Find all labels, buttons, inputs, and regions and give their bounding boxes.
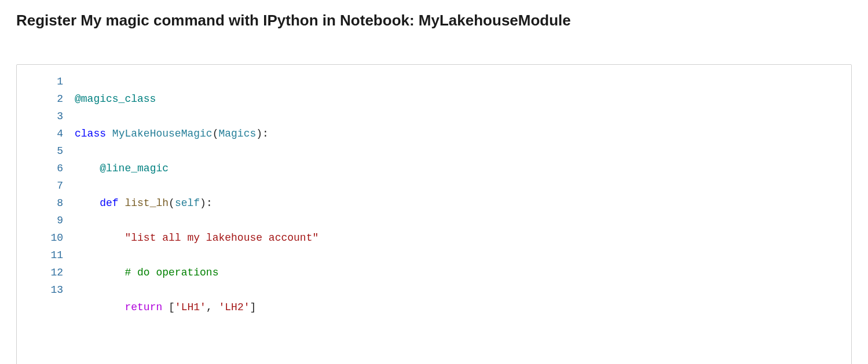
token-paren: ( xyxy=(213,128,219,139)
line-number-gutter: 1 2 3 4 5 6 7 8 9 10 11 12 13 xyxy=(23,73,75,364)
line-number: 13 xyxy=(46,281,63,299)
indent xyxy=(75,163,100,174)
token-paren-colon: ): xyxy=(256,128,269,139)
line-number: 5 xyxy=(46,142,63,160)
code-line[interactable]: "list all my lakehouse account" xyxy=(75,229,845,247)
token-funcname: list_lh xyxy=(124,197,169,209)
token-paren-colon: ): xyxy=(200,197,213,209)
code-line[interactable]: def list_lh(self): xyxy=(75,194,845,212)
space xyxy=(162,302,169,313)
code-line[interactable]: # do operations xyxy=(75,264,845,281)
indent xyxy=(75,302,124,313)
code-content[interactable]: @magics_class class MyLakeHouseMagic(Mag… xyxy=(75,73,845,364)
token-basename: Magics xyxy=(218,128,256,139)
page-root: Register My magic command with IPython i… xyxy=(0,0,868,364)
token-comma: , xyxy=(206,302,219,313)
token-paren: ( xyxy=(169,197,175,209)
line-number: 8 xyxy=(46,194,63,212)
line-number: 2 xyxy=(46,90,63,108)
line-number: 7 xyxy=(46,177,63,194)
token-bracket: ] xyxy=(250,302,257,313)
token-return: return xyxy=(124,302,162,313)
token-docstring: "list all my lakehouse account" xyxy=(124,232,318,244)
token-bracket: [ xyxy=(169,302,175,313)
line-number: 1 xyxy=(46,73,63,90)
token-comment: # do operations xyxy=(124,267,218,278)
token-string: 'LH1' xyxy=(175,302,206,313)
line-number: 11 xyxy=(46,247,63,264)
code-line[interactable]: @line_magic xyxy=(75,160,845,177)
token-decorator: @line_magic xyxy=(100,163,169,174)
line-number: 12 xyxy=(46,264,63,281)
line-number: 6 xyxy=(46,160,63,177)
code-line[interactable]: return ['LH1', 'LH2'] xyxy=(75,299,845,316)
notebook-code-cell[interactable]: 1 2 3 4 5 6 7 8 9 10 11 12 13 @magics_cl… xyxy=(16,64,852,364)
line-number: 3 xyxy=(46,108,63,125)
line-number: 4 xyxy=(46,125,63,142)
token-keyword: def xyxy=(100,197,118,209)
page-title: Register My magic command with IPython i… xyxy=(16,12,852,30)
indent xyxy=(75,267,124,278)
indent xyxy=(75,197,100,209)
code-editor[interactable]: 1 2 3 4 5 6 7 8 9 10 11 12 13 @magics_cl… xyxy=(23,73,845,364)
token-self: self xyxy=(175,197,200,209)
token-classname: MyLakeHouseMagic xyxy=(112,128,213,139)
line-number: 9 xyxy=(46,212,63,229)
line-number: 10 xyxy=(46,229,63,247)
token-keyword: class xyxy=(75,128,106,139)
code-line[interactable] xyxy=(75,333,845,351)
token-string: 'LH2' xyxy=(218,302,250,313)
code-line[interactable]: @magics_class xyxy=(75,90,845,108)
token-decorator: @magics_class xyxy=(75,93,156,105)
code-line[interactable]: class MyLakeHouseMagic(Magics): xyxy=(75,125,845,142)
indent xyxy=(75,232,124,244)
